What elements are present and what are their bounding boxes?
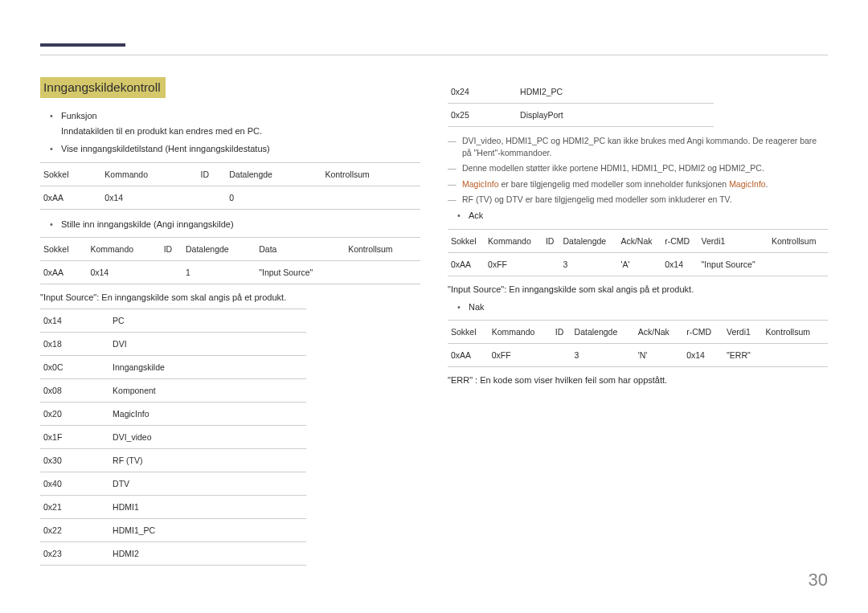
code-label: HDMI1_PC (109, 519, 306, 542)
bullet-funksjon: Funksjon Inndatakilden til en produkt ka… (40, 109, 420, 137)
th: r-CMD (683, 321, 723, 344)
table-row: 0x40DTV (40, 472, 306, 496)
td (321, 186, 420, 209)
code-label: HDMI2 (109, 542, 306, 566)
th: Kontrollsum (345, 238, 420, 261)
code-label: DisplayPort (517, 104, 714, 127)
td (763, 344, 828, 367)
table-row: 0x24HDMI2_PC (448, 80, 714, 104)
td (542, 252, 560, 276)
th: ID (542, 229, 560, 252)
td (197, 186, 226, 209)
td: 3 (559, 252, 617, 276)
code-label: Komponent (109, 379, 306, 403)
table-row: 0x30RF (TV) (40, 449, 306, 472)
th: Sokkel (448, 229, 485, 252)
header-accent-bar (40, 43, 125, 47)
bullet-head: Funksjon (61, 111, 97, 121)
th: Sokkel (40, 238, 87, 261)
code-value: 0x08 (40, 379, 109, 403)
table-ack: Sokkel Kommando ID Datalengde Ack/Nak r-… (448, 229, 828, 276)
th: ID (552, 321, 571, 344)
td (552, 344, 571, 367)
left-column: Inngangskildekontroll Funksjon Inndataki… (40, 77, 420, 574)
table-row: 0x22HDMI1_PC (40, 519, 306, 542)
code-value: 0x24 (448, 80, 517, 104)
td: "Input Source" (256, 261, 345, 284)
th: Datalengde (559, 229, 617, 252)
table-row: 0x21HDMI1 (40, 496, 306, 519)
code-label: HDMI1 (109, 496, 306, 519)
header-rule (40, 55, 828, 55)
bullet-vise: Vise inngangskildetilstand (Hent inngang… (40, 142, 420, 156)
th: ID (161, 238, 182, 261)
table-row: 0x0CInngangskilde (40, 356, 306, 379)
bullet-list: Nak (448, 300, 828, 314)
td: 0 (226, 186, 321, 209)
th: Kommando (485, 229, 542, 252)
th: Kontrollsum (763, 321, 828, 344)
th: Kontrollsum (768, 229, 828, 252)
table-source-codes: 0x14PC0x18DVI0x0CInngangskilde0x08Kompon… (40, 309, 306, 566)
table-set-source: Sokkel Kommando ID Datalengde Data Kontr… (40, 237, 420, 284)
code-label: DVI_video (109, 426, 306, 449)
note-text: . (766, 179, 768, 189)
note-magicinfo: MagicInfo er bare tilgjengelig med model… (448, 178, 828, 190)
td: "Input Source" (698, 252, 768, 276)
bullet-ack: Ack (448, 209, 828, 223)
th: Verdi1 (698, 229, 768, 252)
bullet-sub: Inndatakilden til en produkt kan endres … (61, 125, 420, 138)
th: Kommando (489, 321, 552, 344)
err-desc: "ERR" : En kode som viser hvilken feil s… (448, 375, 828, 385)
td: 'A' (617, 252, 661, 276)
code-value: 0x30 (40, 449, 109, 472)
content-columns: Inngangskildekontroll Funksjon Inndataki… (40, 77, 828, 574)
table-row: 0x08Komponent (40, 379, 306, 403)
table-header-row: Sokkel Kommando ID Datalengde Kontrollsu… (40, 162, 420, 186)
td (345, 261, 420, 284)
page-number: 30 (809, 570, 828, 591)
bullet-stille: Stille inn inngangskilde (Angi inngangsk… (40, 218, 420, 231)
td: 0xAA (448, 344, 489, 367)
magicinfo-term: MagicInfo (729, 179, 766, 189)
code-label: RF (TV) (109, 449, 306, 472)
th: ID (197, 162, 226, 186)
td (768, 252, 828, 276)
th: Data (256, 238, 345, 261)
td: 1 (182, 261, 256, 284)
table-row: 0xAA 0xFF 3 'N' 0x14 "ERR" (448, 344, 828, 367)
th: Kommando (101, 162, 197, 186)
code-value: 0x1F (40, 426, 109, 449)
table-header-row: Sokkel Kommando ID Datalengde Ack/Nak r-… (448, 229, 828, 252)
td: 0x14 (101, 186, 197, 209)
code-value: 0x23 (40, 542, 109, 566)
td: 0x14 (661, 252, 698, 276)
note-hdmi: Denne modellen støtter ikke portene HDMI… (448, 162, 828, 174)
table-header-row: Sokkel Kommando ID Datalengde Ack/Nak r-… (448, 321, 828, 344)
code-label: DTV (109, 472, 306, 496)
table-row: 0x18DVI (40, 333, 306, 356)
table-nak: Sokkel Kommando ID Datalengde Ack/Nak r-… (448, 320, 828, 367)
input-source-desc: "Input Source": En inngangskilde som ska… (448, 284, 828, 294)
table-row: 0xAA 0x14 1 "Input Source" (40, 261, 420, 284)
table-view-status: Sokkel Kommando ID Datalengde Kontrollsu… (40, 162, 420, 210)
note-text: er bare tilgjengelig med modeller som in… (499, 179, 730, 189)
table-row: 0x25DisplayPort (448, 104, 714, 127)
magicinfo-term: MagicInfo (462, 179, 499, 189)
table-row: 0x20MagicInfo (40, 403, 306, 426)
code-value: 0x18 (40, 333, 109, 356)
code-value: 0x25 (448, 104, 517, 127)
td: 0xFF (485, 252, 542, 276)
code-label: HDMI2_PC (517, 80, 714, 104)
td: "ERR" (723, 344, 762, 367)
code-label: Inngangskilde (109, 356, 306, 379)
td: 0xAA (448, 252, 485, 276)
note-dvi: DVI_video, HDMI1_PC og HDMI2_PC kan ikke… (448, 135, 828, 159)
td (161, 261, 182, 284)
note-rf: RF (TV) og DTV er bare tilgjengelig med … (448, 194, 828, 206)
code-label: MagicInfo (109, 403, 306, 426)
table-row: 0xAA 0xFF 3 'A' 0x14 "Input Source" (448, 252, 828, 276)
th: Ack/Nak (617, 229, 661, 252)
table-row: 0x14PC (40, 309, 306, 333)
th: Sokkel (448, 321, 489, 344)
